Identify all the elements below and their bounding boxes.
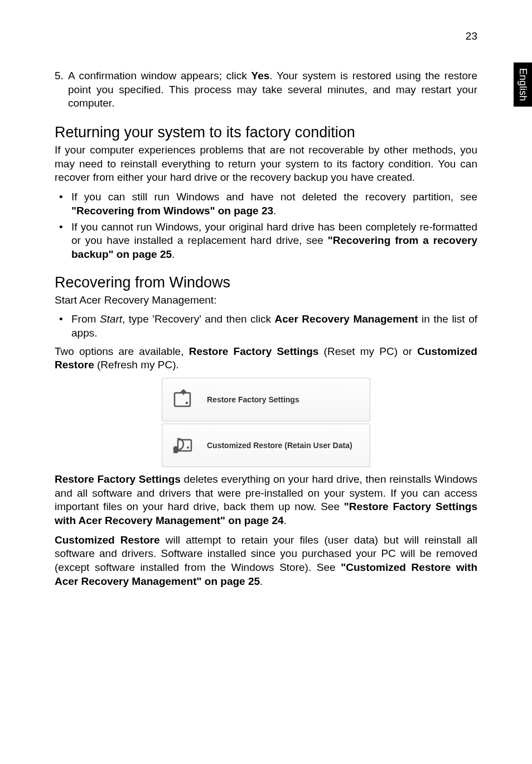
svg-point-1 [186, 402, 188, 404]
figure-options: Restore Factory Settings Customized Rest… [162, 378, 370, 467]
bullet-text: If you can still run Windows and have no… [71, 190, 477, 218]
bullet-item: • From Start, type 'Recovery' and then c… [59, 313, 477, 340]
text-fragment: From [71, 313, 100, 325]
customized-restore-label: Customized Restore (Retain User Data) [207, 441, 352, 450]
bullet-item: • If you can still run Windows and have … [59, 190, 477, 218]
cross-ref-link: "Recovering from Windows" on page 23 [71, 205, 273, 217]
paragraph-cr: Customized Restore will attempt to retai… [55, 534, 477, 589]
restore-factory-label: Restore Factory Settings [207, 395, 299, 404]
text-fragment: (Reset my PC) or [318, 345, 417, 357]
text-fragment: Two options are available, [55, 345, 189, 357]
bullet-marker: • [59, 220, 71, 262]
restore-factory-icon [172, 388, 195, 411]
text-fragment: A confirmation window appears; click [68, 70, 252, 81]
paragraph-rfs: Restore Factory Settings deletes everyth… [55, 473, 477, 528]
page-number: 23 [466, 30, 477, 42]
paragraph: Two options are available, Restore Facto… [55, 345, 477, 372]
start-menu-label: Start [100, 313, 122, 325]
bullet-text: From Start, type 'Recovery' and then cli… [71, 313, 477, 340]
yes-label: Yes [252, 70, 270, 81]
restore-factory-button: Restore Factory Settings [162, 378, 370, 421]
paragraph: If your computer experiences problems th… [55, 143, 477, 185]
text-fragment: If you can still run Windows and have no… [71, 191, 477, 203]
text-fragment: . [273, 205, 276, 217]
bullet-marker: • [59, 313, 71, 340]
app-name: Acer Recovery Management [275, 313, 418, 325]
step-number: 5. [55, 69, 68, 110]
bullet-marker: • [59, 190, 71, 218]
text-fragment: , type 'Recovery' and then click [122, 313, 275, 325]
bullet-item: • If you cannot run Windows, your origin… [59, 220, 477, 262]
option-name: Restore Factory Settings [55, 473, 181, 485]
customized-restore-button: Customized Restore (Retain User Data) [162, 424, 370, 467]
option-name: Restore Factory Settings [189, 345, 319, 357]
page-container: 23 English 5. A confirmation window appe… [0, 0, 532, 764]
customized-restore-icon [172, 434, 195, 457]
language-tab: English [514, 63, 532, 107]
bullet-text: If you cannot run Windows, your original… [71, 220, 477, 262]
svg-point-3 [187, 446, 189, 449]
paragraph: Start Acer Recovery Management: [55, 294, 477, 307]
text-fragment: (Refresh my PC). [94, 359, 179, 371]
option-name: Customized Restore [55, 534, 160, 546]
svg-rect-0 [175, 393, 190, 406]
text-fragment: . [172, 248, 175, 260]
step-5: 5. A confirmation window appears; click … [55, 69, 477, 110]
heading-recovering: Recovering from Windows [55, 274, 477, 291]
step-text: A confirmation window appears; click Yes… [68, 69, 477, 110]
text-fragment: . [284, 515, 287, 526]
text-fragment: . [260, 575, 263, 587]
svg-rect-5 [173, 450, 178, 453]
heading-returning: Returning your system to its factory con… [55, 124, 477, 141]
